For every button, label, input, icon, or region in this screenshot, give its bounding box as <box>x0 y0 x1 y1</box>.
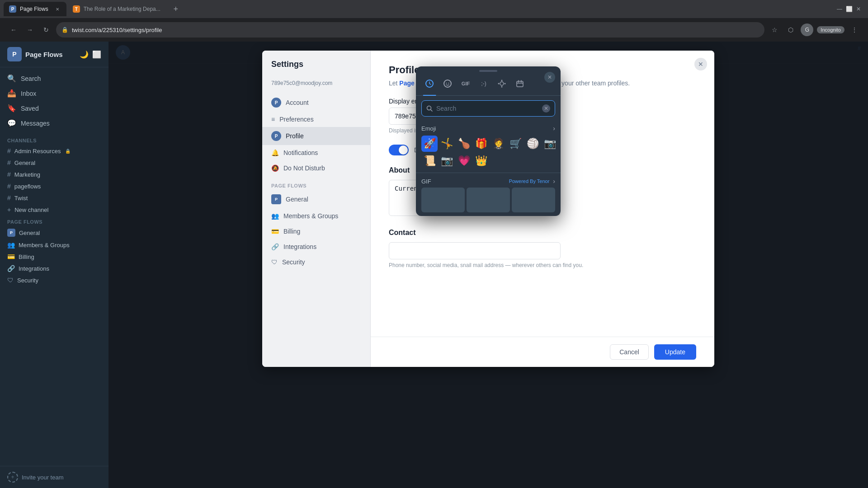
emoji-turkey[interactable]: 🍗 <box>456 136 472 152</box>
settings-nav-pf-integrations[interactable]: 🔗 Integrations <box>262 239 370 254</box>
settings-nav-account-label: Account <box>286 99 309 106</box>
svg-rect-9 <box>517 81 523 87</box>
pf-security[interactable]: 🛡 Security <box>0 274 108 286</box>
reload-button[interactable]: ↻ <box>40 23 52 36</box>
emoji-section-expand[interactable]: › <box>553 125 555 132</box>
sidebar-item-search[interactable]: 🔍 Search <box>0 71 108 86</box>
settings-nav-account[interactable]: P Account <box>262 94 370 112</box>
minimize-button[interactable]: — <box>837 6 842 12</box>
gif-placeholder-3[interactable] <box>512 188 555 212</box>
settings-nav-pf-members[interactable]: 👥 Members & Groups <box>262 208 370 224</box>
hashtag-icon-admin: # <box>7 147 11 155</box>
tab-close-2[interactable]: ✕ <box>166 5 167 13</box>
picker-tab-gif[interactable]: GIF <box>458 75 474 92</box>
pf-general[interactable]: P General <box>0 226 108 239</box>
sidebar-item-messages[interactable]: 💬 Messages <box>0 116 108 131</box>
channel-new-label: New channel <box>14 206 48 213</box>
picker-tab-custom[interactable] <box>494 75 510 92</box>
channel-admin-label: Admin Resources <box>14 148 61 155</box>
picker-tab-kaomoji[interactable]: ;-) <box>476 75 492 92</box>
address-bar[interactable]: 🔒 twist.com/a/225310/settings/profile <box>56 22 764 38</box>
emoji-section-header: Emoji › <box>421 125 555 132</box>
settings-footer: Cancel Update <box>371 337 714 367</box>
moon-icon[interactable]: 🌙 <box>80 50 89 59</box>
forward-button[interactable]: → <box>24 23 36 36</box>
channel-pageflows[interactable]: # pageflows <box>0 180 108 192</box>
settings-nav-preferences[interactable]: ≡ Preferences <box>262 112 370 127</box>
emoji-cart[interactable]: 🛒 <box>507 136 524 152</box>
update-button[interactable]: Update <box>654 344 696 360</box>
picker-tab-calendar[interactable] <box>512 75 528 92</box>
emoji-heart[interactable]: 💗 <box>456 153 472 169</box>
invite-icon: + <box>7 472 18 483</box>
channel-admin[interactable]: # Admin Resources 🔒 <box>0 145 108 157</box>
menu-button[interactable]: ⋮ <box>848 23 861 36</box>
picker-tab-recent[interactable] <box>421 75 438 92</box>
invite-team-button[interactable]: + Invite your team <box>7 472 101 483</box>
hashtag-icon-twist: # <box>7 194 11 202</box>
messages-icon: 💬 <box>7 119 16 127</box>
settings-nav-dnd[interactable]: 🔕 Do Not Disturb <box>262 160 370 176</box>
emoji-scroll[interactable]: 📜 <box>421 153 438 169</box>
nav-actions: ☆ ⬡ G Incognito ⋮ <box>768 23 861 36</box>
bookmark-button[interactable]: ☆ <box>768 23 781 36</box>
gif-placeholder-1[interactable] <box>421 188 465 212</box>
tenor-powered-label[interactable]: Powered By Tenor <box>509 178 550 184</box>
emoji-acrobat[interactable]: 🤸 <box>439 136 455 152</box>
picker-tabs: GIF ;-) <box>416 75 561 96</box>
channel-marketing[interactable]: # Marketing <box>0 169 108 180</box>
restore-button[interactable]: ⬜ <box>846 6 853 12</box>
gif-section: GIF Powered By Tenor › <box>416 173 561 216</box>
drag-bar <box>479 70 497 72</box>
pf-integrations[interactable]: 🔗 Integrations <box>0 263 108 274</box>
tab-page-flows[interactable]: P Page Flows ✕ <box>4 2 66 16</box>
subtitle-before: Let <box>389 80 399 87</box>
sidebar-item-saved[interactable]: 🔖 Saved <box>0 101 108 116</box>
emoji-camera[interactable]: 📷 <box>542 136 558 152</box>
cancel-button[interactable]: Cancel <box>610 344 649 360</box>
drag-handle[interactable] <box>416 66 561 75</box>
emoji-crown[interactable]: 👑 <box>473 153 489 169</box>
emoji-rocket[interactable]: 🚀 <box>421 136 438 152</box>
picker-close-button[interactable]: ✕ <box>544 72 555 83</box>
back-button[interactable]: ← <box>7 23 20 36</box>
tab-close-1[interactable]: ✕ <box>54 5 61 13</box>
emoji-gift[interactable]: 🎁 <box>473 136 489 152</box>
sidebar-item-inbox[interactable]: 📥 Inbox <box>0 86 108 101</box>
new-tab-button[interactable]: + <box>170 3 182 15</box>
channel-general[interactable]: # General <box>0 157 108 169</box>
settings-nav-notifications[interactable]: 🔔 Notifications <box>262 145 370 160</box>
pf-members[interactable]: 👥 Members & Groups <box>0 239 108 251</box>
emoji-butler[interactable]: 🤵 <box>490 136 506 152</box>
gif-placeholder-2[interactable] <box>467 188 510 212</box>
layout-icon[interactable]: ⬜ <box>92 50 101 59</box>
settings-nav-notifications-label: Notifications <box>283 149 318 156</box>
display-email-toggle[interactable] <box>389 145 409 155</box>
settings-nav-pf-general[interactable]: P General <box>262 190 370 208</box>
channel-general-label: General <box>14 160 35 166</box>
contact-input[interactable] <box>389 242 561 259</box>
billing-icon: 💳 <box>7 253 15 260</box>
emoji-volleyball[interactable]: 🏐 <box>524 136 541 152</box>
picker-tab-emoji[interactable] <box>439 75 456 92</box>
tab-marketing[interactable]: T The Role of a Marketing Depa... ✕ <box>67 2 167 16</box>
emoji-search-input[interactable] <box>436 101 538 116</box>
contact-group: Contact Phone number, social media, snai… <box>389 229 696 268</box>
settings-nav-pf-security[interactable]: 🛡 Security <box>262 254 370 270</box>
search-clear-button[interactable]: ✕ <box>542 104 550 113</box>
pf-billing[interactable]: 💳 Billing <box>0 251 108 263</box>
channel-new[interactable]: + New channel <box>0 204 108 216</box>
emoji-camera2[interactable]: 📷 <box>439 153 455 169</box>
incognito-badge[interactable]: Incognito <box>817 26 844 33</box>
settings-close-button[interactable]: ✕ <box>694 58 707 70</box>
extensions-button[interactable]: ⬡ <box>784 23 797 36</box>
gif-section-expand[interactable]: › <box>553 178 555 185</box>
close-window-button[interactable]: ✕ <box>856 6 861 12</box>
integrations-settings-icon: 🔗 <box>271 243 279 250</box>
settings-nav-pf-billing[interactable]: 💳 Billing <box>262 224 370 239</box>
profile-button[interactable]: G <box>801 23 813 36</box>
page-flows-section-label: Page Flows <box>0 216 108 226</box>
gif-header: GIF Powered By Tenor › <box>421 175 555 188</box>
channel-twist[interactable]: # Twist <box>0 192 108 204</box>
settings-nav-profile[interactable]: P Profile <box>262 127 370 145</box>
